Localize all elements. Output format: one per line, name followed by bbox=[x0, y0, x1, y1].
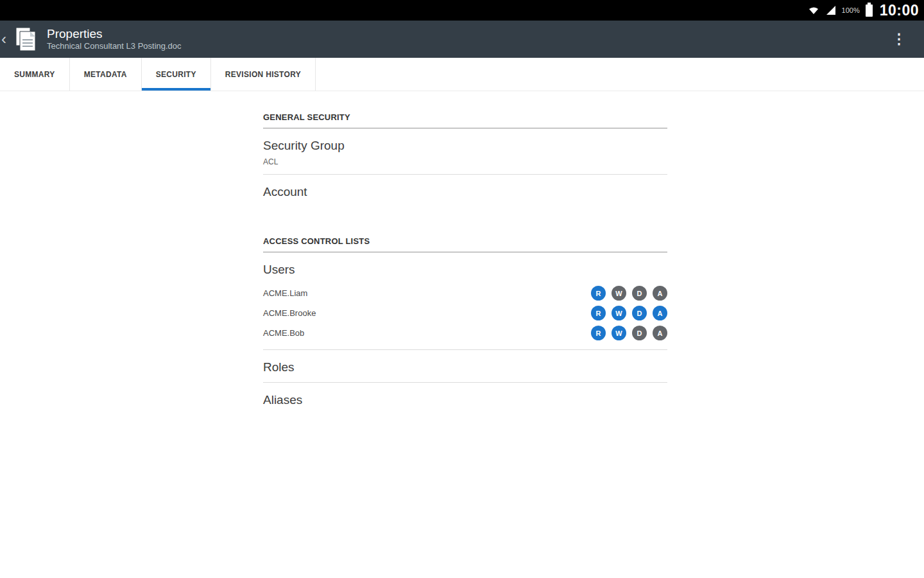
battery-icon bbox=[866, 4, 873, 17]
back-button[interactable]: ‹ bbox=[0, 31, 7, 47]
general-security-header: GENERAL SECURITY bbox=[263, 112, 667, 128]
permission-d-badge[interactable]: D bbox=[632, 306, 647, 320]
aliases-field[interactable]: Aliases bbox=[263, 383, 667, 415]
acl-user-row[interactable]: ACME.BrookeRWDA bbox=[263, 303, 667, 323]
access-control-lists-header: ACCESS CONTROL LISTS bbox=[263, 236, 667, 252]
aliases-label: Aliases bbox=[263, 393, 667, 407]
page-title: Properties bbox=[47, 26, 182, 42]
permission-d-badge[interactable]: D bbox=[632, 286, 647, 301]
users-label: Users bbox=[263, 263, 667, 277]
acl-users-block: Users ACME.LiamRWDAACME.BrookeRWDAACME.B… bbox=[263, 252, 667, 350]
tab-security[interactable]: SECURITY bbox=[142, 58, 211, 91]
security-group-label: Security Group bbox=[263, 139, 667, 153]
permission-w-badge[interactable]: W bbox=[612, 286, 626, 301]
security-group-field[interactable]: Security Group ACL bbox=[263, 128, 667, 175]
permission-badges: RWDA bbox=[585, 306, 667, 320]
roles-field[interactable]: Roles bbox=[263, 350, 667, 383]
wifi-icon bbox=[807, 4, 820, 17]
permission-badges: RWDA bbox=[585, 326, 667, 340]
tab-bar: SUMMARYMETADATASECURITYREVISION HISTORY bbox=[0, 58, 924, 91]
document-stack-icon bbox=[12, 26, 39, 52]
acl-user-row[interactable]: ACME.LiamRWDA bbox=[263, 283, 667, 303]
roles-label: Roles bbox=[263, 360, 667, 374]
document-name: Technical Consultant L3 Posting.doc bbox=[47, 41, 182, 52]
status-clock: 10:00 bbox=[880, 2, 919, 19]
permission-d-badge[interactable]: D bbox=[632, 326, 647, 340]
permission-a-badge[interactable]: A bbox=[653, 286, 667, 301]
permission-r-badge[interactable]: R bbox=[591, 286, 606, 301]
permission-a-badge[interactable]: A bbox=[653, 306, 667, 320]
tab-summary[interactable]: SUMMARY bbox=[0, 58, 70, 91]
status-bar: 100% 10:00 bbox=[0, 0, 924, 21]
app-bar: ‹ Properties Technical Consultant L3 Pos… bbox=[0, 21, 924, 58]
acl-user-row[interactable]: ACME.BobRWDA bbox=[263, 323, 667, 343]
cellular-signal-icon bbox=[825, 4, 837, 17]
security-tab-content: GENERAL SECURITY Security Group ACL Acco… bbox=[0, 91, 924, 415]
permission-w-badge[interactable]: W bbox=[612, 306, 626, 320]
battery-percentage: 100% bbox=[842, 6, 860, 14]
tab-revision-history[interactable]: REVISION HISTORY bbox=[211, 58, 316, 91]
permission-r-badge[interactable]: R bbox=[591, 326, 606, 340]
acl-user-name: ACME.Brooke bbox=[263, 308, 316, 318]
account-field[interactable]: Account bbox=[263, 175, 667, 207]
permission-w-badge[interactable]: W bbox=[612, 326, 626, 340]
acl-user-name: ACME.Bob bbox=[263, 328, 304, 338]
content-column: GENERAL SECURITY Security Group ACL Acco… bbox=[263, 112, 667, 415]
tab-metadata[interactable]: METADATA bbox=[70, 58, 142, 91]
acl-users-list: ACME.LiamRWDAACME.BrookeRWDAACME.BobRWDA bbox=[263, 283, 667, 343]
permission-a-badge[interactable]: A bbox=[653, 326, 667, 340]
permission-badges: RWDA bbox=[585, 286, 667, 301]
acl-user-name: ACME.Liam bbox=[263, 288, 307, 298]
account-label: Account bbox=[263, 185, 667, 199]
permission-r-badge[interactable]: R bbox=[591, 306, 606, 320]
app-bar-titles: Properties Technical Consultant L3 Posti… bbox=[47, 26, 182, 53]
overflow-menu-icon[interactable]: ⋮ bbox=[892, 32, 906, 46]
security-group-value: ACL bbox=[263, 157, 667, 166]
